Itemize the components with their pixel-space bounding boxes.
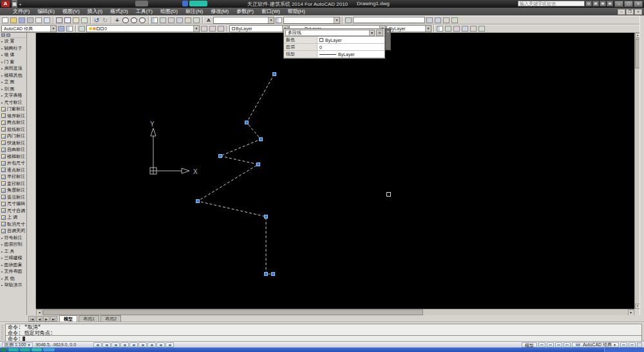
- find-replace-icon[interactable]: [451, 17, 459, 24]
- workspace-settings-icon[interactable]: [66, 25, 73, 32]
- start-button[interactable]: [1, 348, 6, 351]
- plot-icon[interactable]: [26, 17, 34, 24]
- menu-item[interactable]: 修改(M): [207, 8, 232, 15]
- menu-style-icon[interactable]: [6, 34, 10, 37]
- sidebar-tool[interactable]: 直径标注: [0, 181, 26, 188]
- sidebar-tool[interactable]: 上 调: [0, 214, 26, 221]
- toolbar-extra-icon[interactable]: [436, 25, 444, 32]
- taskbar-item[interactable]: [43, 348, 55, 351]
- sidebar-section[interactable]: ▸轴网柱子: [0, 45, 26, 52]
- quick-view-layouts-icon[interactable]: [538, 342, 545, 347]
- status-toggle-snap[interactable]: [93, 342, 102, 347]
- sidebar-section[interactable]: ▸文件布图: [0, 268, 26, 275]
- plot-preview-icon[interactable]: [35, 17, 43, 24]
- annotation-scale-icon[interactable]: [555, 342, 562, 347]
- taskbar-item[interactable]: [8, 348, 19, 351]
- redo-icon[interactable]: [101, 17, 109, 24]
- layer-properties-manager-icon[interactable]: [78, 25, 86, 32]
- color-select[interactable]: ByLayer ▼: [229, 25, 289, 32]
- qp-row-value[interactable]: ByLayer: [317, 51, 384, 57]
- new-file-icon[interactable]: [1, 17, 9, 24]
- selected-polyline[interactable]: [198, 74, 274, 274]
- doc-close-button[interactable]: ×: [634, 9, 642, 15]
- zoom-window-icon[interactable]: [130, 17, 138, 24]
- autocad-logo-icon[interactable]: A: [1, 1, 10, 7]
- tab-nav-1[interactable]: ◀: [36, 316, 43, 322]
- workspace-switch-button[interactable]: AutoCAD 经典 ▼: [572, 342, 619, 347]
- find-prev-icon[interactable]: [426, 17, 433, 24]
- status-toggle-lwt[interactable]: [166, 342, 174, 347]
- grip-handle[interactable]: [245, 121, 249, 124]
- toolbar-extra-icon[interactable]: [444, 25, 452, 32]
- drawing-canvas[interactable]: Y X: [36, 33, 634, 309]
- toolbar-extra-icon[interactable]: [461, 25, 469, 32]
- search-input[interactable]: [518, 1, 585, 6]
- quickcalc-icon[interactable]: [193, 17, 200, 24]
- sidebar-tool[interactable]: 楼梯标注: [0, 153, 26, 161]
- tab-nav-3[interactable]: ▶|: [50, 316, 57, 322]
- dim-style-select[interactable]: ▼: [283, 17, 340, 24]
- clean-screen-button[interactable]: [637, 342, 642, 347]
- status-toggle-ortho[interactable]: [111, 342, 120, 347]
- pan-icon[interactable]: [113, 17, 121, 24]
- status-toggle-dyn[interactable]: [156, 342, 165, 347]
- close-icon[interactable]: ×: [387, 30, 390, 34]
- text-style-icon[interactable]: A: [205, 17, 213, 24]
- sidebar-tool[interactable]: 自调关闭: [0, 228, 26, 235]
- search-icon[interactable]: [585, 1, 592, 6]
- sidebar-tool[interactable]: 内门标注: [0, 133, 26, 140]
- horizontal-scrollbar[interactable]: ◀ ▶: [36, 309, 634, 315]
- make-object-layer-current-icon[interactable]: [200, 25, 208, 32]
- status-toggle-osnap[interactable]: [129, 342, 138, 347]
- sidebar-tool[interactable]: 尺寸编辑: [0, 200, 26, 208]
- grip-handle[interactable]: [272, 72, 276, 76]
- zoom-realtime-icon[interactable]: [122, 17, 129, 24]
- vertical-scrollbar[interactable]: ▲ ▼: [634, 33, 639, 309]
- text-style-select[interactable]: ▼: [213, 17, 274, 24]
- qp-row-value[interactable]: ByLayer: [317, 37, 384, 43]
- qp-side-bar[interactable]: ×: [385, 28, 391, 50]
- taskbar-item[interactable]: [32, 348, 42, 351]
- clean-screen-icon[interactable]: [629, 342, 636, 347]
- sidebar-section[interactable]: ▸其 他: [0, 275, 26, 282]
- sidebar-tool[interactable]: 弧弦标注: [0, 194, 26, 201]
- save-workspace-icon[interactable]: [57, 25, 65, 32]
- zoom-previous-icon[interactable]: [138, 17, 146, 24]
- doc-restore-button[interactable]: ❐: [626, 9, 634, 15]
- layer-select[interactable]: 0 ▼: [86, 25, 200, 32]
- find-text-input[interactable]: [353, 17, 425, 23]
- properties-icon[interactable]: [151, 17, 158, 24]
- paste-icon[interactable]: [72, 17, 80, 24]
- toolbar-extra-icon[interactable]: [469, 25, 477, 32]
- menu-item[interactable]: 绘图(D): [156, 8, 182, 15]
- sidebar-tool[interactable]: 墙厚标注: [0, 113, 26, 120]
- sidebar-tool[interactable]: 门窗标注: [0, 106, 26, 113]
- sidebar-tool[interactable]: 尺寸自调: [0, 208, 26, 215]
- model-space-button[interactable]: 模型: [522, 342, 537, 347]
- match-properties-icon[interactable]: [80, 17, 88, 24]
- sidebar-section[interactable]: ▸墙 体: [0, 52, 26, 59]
- find-next-icon[interactable]: [434, 17, 442, 24]
- save-icon[interactable]: [18, 17, 26, 24]
- sidebar-tool[interactable]: 自由标注: [0, 146, 26, 153]
- find-home-icon[interactable]: [345, 17, 352, 24]
- sidebar-section[interactable]: ▸文字表格: [0, 92, 26, 99]
- status-toggle-otrack[interactable]: [138, 342, 147, 347]
- sidebar-tool[interactable]: 两点标注: [0, 119, 26, 126]
- menu-item[interactable]: 标注(N): [182, 8, 207, 15]
- plot-icon[interactable]: [12, 1, 17, 7]
- command-window[interactable]: 命令: *取消*命令: 指定对角点: 命令:: [0, 322, 644, 341]
- qp-options-icon[interactable]: [376, 30, 383, 36]
- menu-item[interactable]: 视图(V): [59, 8, 84, 15]
- grip-handle[interactable]: [264, 272, 268, 276]
- quick-view-drawings-icon[interactable]: [547, 342, 554, 347]
- sidebar-tool[interactable]: 逐点标注: [0, 167, 26, 174]
- designcenter-icon[interactable]: [159, 17, 167, 24]
- sidebar-section[interactable]: ▸设 置: [0, 38, 26, 45]
- sidebar-section[interactable]: ▸帮助演示: [0, 282, 26, 289]
- grip-handle[interactable]: [264, 215, 268, 219]
- layout-tab[interactable]: 模型: [59, 315, 77, 322]
- window-close-button[interactable]: ×: [634, 1, 643, 7]
- sidebar-section[interactable]: ▸工 具: [0, 248, 26, 255]
- pin-icon[interactable]: [1, 34, 5, 37]
